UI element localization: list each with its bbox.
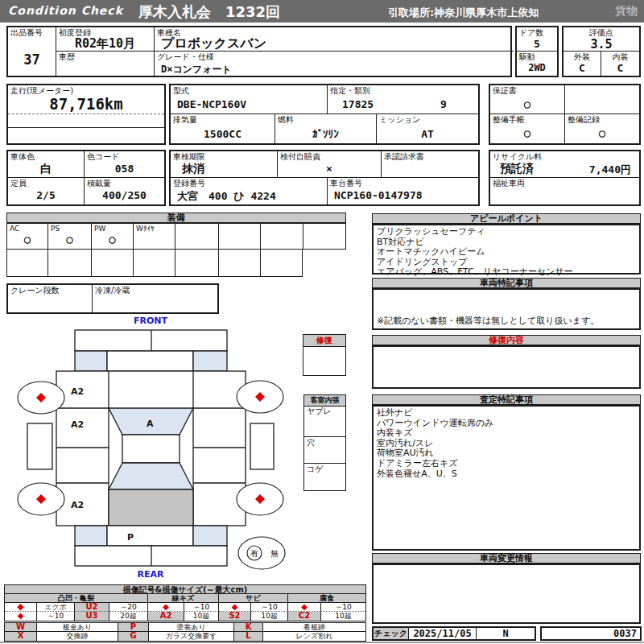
damage-legend-table: 損傷記号&損傷サイズ(～最大cm) 凸凹・亀裂 線キズ サビ 腐食 ◆ エクボ … [4,584,366,621]
capacity-value: 2/5 [8,189,84,201]
equipment-wtire-label: Wﾀｲﾔ [136,225,154,233]
check-inspector: N [477,628,535,639]
assessment-body: 社外ナビ パワーウインドウ運転席のみ 内装キズ 室内汚れ/スレ 荷物室AU汚れ … [372,405,641,551]
equipment-ac-mark: ○ [7,233,47,246]
displacement-value: 1500CC [171,128,275,140]
warranty-box: 保証書 ○ 整備手帳 ○ 整備記録 ○ [489,84,641,145]
cabin-lining-row-tear: ヤブレ [304,406,345,437]
legend-scratch-size-over10: 10超 [184,612,219,621]
maintenance-record-mark: ○ [565,126,639,139]
legend-group-dent: 凸凹・亀裂 [5,594,148,603]
assessment-line: 社外ナビ [377,408,636,419]
vehicle-notes-body: ※記載のない書類・機器等は無しとして取り扱います。 [372,288,641,330]
mission-label: ミッション [379,115,420,124]
equipment-header: 装備 [6,213,346,223]
field-load-capacity: 積載量 400/250 [85,178,164,204]
equipment-row-2 [6,249,303,277]
color-capacity-box: 車体色 白 色コード 058 定員 2/5 積載量 400/250 [6,150,166,206]
doors-drive-box: ドア数 5 駆動 2WD [515,26,559,77]
code-w-desc: 板金あり [37,623,118,632]
class-number-value: 9 [440,98,447,110]
panel-code-a2-fender: A2 [71,386,84,397]
field-body-color: 車体色 白 [8,151,85,178]
model-name-value: プロボックスバン [161,35,266,52]
registration-number-label: 登録番号 [173,179,205,188]
legend-rust-code-s2: S2 [219,612,251,621]
field-fridge: 冷凍/冷蔵 [93,285,217,312]
legend-diamond-icon: ◆ [219,603,251,612]
code-l: L [234,632,263,641]
legend-diamond-icon: ◆ [5,603,37,612]
displacement-label: 排気量 [173,115,197,124]
jibaiseki-label: 検付自賠責 [280,152,320,161]
assessment-line: パワーウインドウ運転席のみ [377,419,636,429]
exterior-grade-value: C [564,62,601,74]
body-color-label: 車体色 [10,152,35,161]
cabin-lining-burn-label: コゲ [307,464,323,473]
cabin-lining-row-burn: コゲ [304,464,345,490]
legend-corrosion-code-c2: C2 [288,612,321,621]
spare-absent-label: 無 [270,549,279,558]
legend-dent-name: エクボ [37,603,75,612]
equipment-row2-cell [48,250,92,276]
code-g-desc: ガラス交換要す [149,632,234,641]
field-exterior-grade: 外装 C [564,52,601,76]
panel-code-a-windshield: A [147,419,154,429]
recycle-welfare-box: リサイクル料 預託済 7,440円 福祉車両 [489,150,641,206]
equipment-cell-ps: PS ○ [48,224,92,249]
mileage-divider-solid [8,127,164,128]
auction-title: 厚木入札会 1232回 [138,2,280,22]
field-maintenance-book: 整備手帳 ○ [490,114,565,143]
legend-dent-code-u2: U2 [75,603,109,612]
drive-label: 駆動 [519,52,535,61]
inspection-value: 抹消 [182,162,204,176]
vehicle-id-box: 出品番号 37 初度登録 R02年10月 車種名 プロボックスバン 車歴 グレー… [6,26,512,77]
legend-rust-size-over10: 10超 [251,612,288,621]
assessment-line: 外装色褪せA、U、S [377,469,636,480]
equipment-row2-cell [134,250,175,276]
mileage-value: 87,716km [8,95,164,113]
damage-legend-title: 損傷記号&損傷サイズ(～最大cm) [5,585,365,594]
approval-label: 承認請求書 [384,152,424,161]
code-x: X [5,632,37,641]
maintenance-book-label: 整備手帳 [493,115,525,124]
panel-code-p-rear: P [127,532,134,543]
equipment-pw-mark: ○ [92,233,133,246]
panel-code-a2-door: A2 [71,419,84,430]
equipment-row2-cell [92,250,134,276]
welfare-label: 福祉車両 [493,179,525,188]
check-box: チェック 2025/11/05 N [372,626,536,641]
drive-value: 2WD [517,62,557,73]
field-registration-number: 登録番号 大宮 400 ひ 4224 [171,178,328,204]
cargo-floor-panel [109,489,193,526]
check-label-cell: チェック [374,628,409,639]
repair-flag-title: 修復 [316,336,332,345]
mileage-box: 走行(現メーター) 87,716km [6,84,166,145]
field-inspection: 車検期限 抹消 [171,151,278,178]
field-warranty: 保証書 ○ [490,85,565,114]
change-info-header: 車両変更情報 [372,553,641,564]
fuel-label: 燃料 [278,115,294,124]
legend-group-corrosion: 腐食 [288,594,365,603]
warranty-mark: ○ [490,97,564,110]
equipment-row2-cell [7,250,48,276]
score-box: 評価点 3.5 外装 C 内装 C [562,26,641,77]
mileage-label: 走行(現メーター) [10,86,73,95]
equipment-ps-mark: ○ [48,233,91,246]
type-number-value: 17825 [342,98,374,110]
code-w: W [5,623,37,632]
load-capacity-label: 積載量 [87,179,111,188]
cabin-lining-header: 客室内張 [304,395,345,407]
hood-center-panel [107,351,193,371]
model-code-label: 型式 [173,86,189,95]
auction-sheet: Condition Check 厚木入札会 1232回 引取場所:神奈川県厚木市… [0,0,644,644]
recycle-fee-label: リサイクル料 [493,152,542,161]
cabin-lining-hole-label: 穴 [307,438,315,447]
registration-number-value: 大宮 400 ひ 4224 [177,189,276,204]
field-approval: 承認請求書 [382,151,478,178]
field-welfare: 福祉車両 [490,178,639,204]
capacity-label: 定員 [10,179,27,188]
legend-corrosion-size-over10: 10超 [321,612,365,621]
field-history: 車歴 [56,52,155,76]
field-model-name: 車種名 プロボックスバン [155,27,514,52]
